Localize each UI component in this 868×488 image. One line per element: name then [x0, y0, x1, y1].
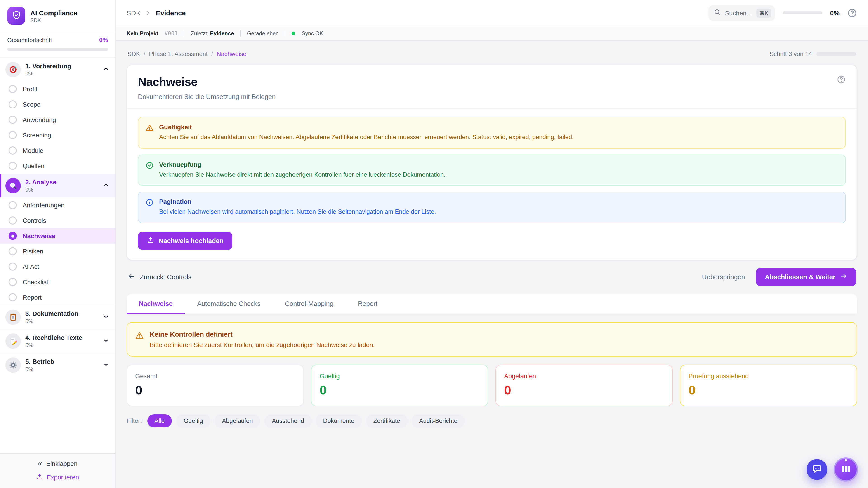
sidebar-item-risiken[interactable]: Risiken [0, 243, 115, 259]
tab-nachweise[interactable]: Nachweise [127, 293, 185, 313]
search-icon [714, 8, 720, 17]
divider [285, 30, 285, 36]
section-label: 1. Vorbereitung [25, 62, 71, 70]
chevron-up-icon [103, 182, 109, 190]
version-badge: V001 [164, 30, 178, 36]
tab-control-mapping[interactable]: Control-Mapping [273, 293, 345, 313]
back-label: Zurueck: Controls [140, 273, 191, 281]
sidebar-item-module[interactable]: Module [0, 143, 115, 158]
sidebar-item-label: AI Act [23, 263, 39, 270]
radio-icon [8, 116, 17, 124]
sidebar-item-anwendung[interactable]: Anwendung [0, 112, 115, 127]
info-circle-icon [146, 198, 154, 216]
stat-label: Gesamt [135, 372, 295, 379]
sidebar-item-nachweise[interactable]: Nachweise [0, 228, 115, 243]
sidebar-section-betrieb[interactable]: 5. Betrieb 0% [0, 353, 115, 377]
columns-fab-button[interactable] [834, 457, 858, 482]
sidebar-item-label: Screening [23, 131, 51, 139]
radio-icon [8, 201, 17, 209]
stat-value: 0 [320, 383, 480, 397]
filter-chip-gueltig[interactable]: Gueltig [177, 414, 211, 427]
stat-value: 0 [688, 383, 848, 397]
filter-chip-audit-berichte[interactable]: Audit-Berichte [412, 414, 465, 427]
sidebar-item-scope[interactable]: Scope [0, 97, 115, 112]
upload-icon [36, 473, 43, 481]
floating-buttons [807, 457, 858, 482]
filter-chip-ausstehend[interactable]: Ausstehend [265, 414, 311, 427]
tab-automatische-checks[interactable]: Automatische Checks [185, 293, 273, 313]
sidebar-item-label: Quellen [23, 162, 44, 169]
breadcrumb-root[interactable]: SDK [127, 9, 141, 17]
sidebar-item-anforderungen[interactable]: Anforderungen [0, 197, 115, 213]
warning-triangle-icon [135, 330, 144, 348]
sidebar-section-analyse[interactable]: 2. Analyse 0% [0, 173, 115, 197]
tab-report[interactable]: Report [346, 293, 390, 313]
filter-chip-dokumente[interactable]: Dokumente [316, 414, 362, 427]
filter-chip-zertifikate[interactable]: Zertifikate [366, 414, 407, 427]
sidebar-item-screening[interactable]: Screening [0, 127, 115, 143]
divider [184, 30, 184, 36]
filter-chip-abgelaufen[interactable]: Abgelaufen [215, 414, 260, 427]
warning-triangle-icon [146, 123, 154, 142]
chat-bubble-icon [812, 464, 822, 475]
sidebar-item-label: Scope [23, 101, 40, 108]
sidebar-section-dokumentation[interactable]: 3. Dokumentation 0% [0, 305, 115, 329]
alert-title: Verknuepfung [159, 161, 445, 168]
arrow-right-icon [840, 272, 847, 281]
page-breadcrumb-current: Nachweise [217, 51, 246, 57]
step-card: Nachweise Dokumentieren Sie die Umsetzun… [127, 65, 857, 260]
upload-evidence-button[interactable]: Nachweis hochladen [138, 232, 232, 250]
page-content: SDK / Phase 1: Assessment / Nachweise Sc… [116, 41, 868, 488]
skip-button[interactable]: Ueberspringen [702, 273, 745, 281]
chat-fab-button[interactable] [807, 459, 827, 480]
section-label: 4. Rechtliche Texte [25, 334, 82, 342]
sidebar-item-label: Risiken [23, 248, 43, 255]
radio-icon [8, 263, 17, 271]
section-progress: 0% [25, 318, 79, 325]
section-progress: 0% [25, 71, 71, 77]
sidebar-item-controls[interactable]: Controls [0, 213, 115, 228]
filter-chip-alle[interactable]: Alle [147, 414, 172, 427]
last-step: Zuletzt: Evidence [191, 30, 234, 36]
sidebar-item-report[interactable]: Report [0, 290, 115, 305]
sidebar-item-ai-act[interactable]: AI Act [0, 259, 115, 274]
radio-icon [8, 293, 17, 301]
warning-text: Bitte definieren Sie zuerst Kontrollen, … [150, 341, 375, 348]
radio-icon [8, 217, 17, 225]
search-placeholder: Suchen... [725, 9, 752, 17]
sidebar-section-rechtliche-texte[interactable]: 4. Rechtliche Texte 0% [0, 329, 115, 353]
sync-status-label: Sync OK [302, 30, 323, 36]
sidebar-item-label: Anforderungen [23, 201, 64, 209]
overall-progress-label: Gesamtfortschritt [7, 37, 52, 43]
radio-icon [8, 278, 17, 286]
magnifier-icon [5, 178, 21, 193]
header-progress-value: 0% [830, 9, 839, 17]
sidebar-section-vorbereitung[interactable]: 1. Vorbereitung 0% [0, 57, 115, 81]
section-progress: 0% [25, 366, 54, 372]
sidebar-item-quellen[interactable]: Quellen [0, 158, 115, 173]
radio-icon [8, 247, 17, 255]
alert-verknuepfung: Verknuepfung Verknuepfen Sie Nachweise d… [138, 154, 846, 186]
sidebar-item-profil[interactable]: Profil [0, 81, 115, 97]
back-link[interactable]: Zurueck: Controls [127, 272, 191, 281]
collapse-sidebar-button[interactable]: « Einklappen [38, 459, 78, 467]
complete-and-next-button[interactable]: Abschliessen & Weiter [756, 268, 856, 286]
keyboard-shortcut-badge: ⌘K [756, 8, 771, 18]
collapse-label: Einklappen [46, 460, 78, 467]
columns-icon [840, 463, 851, 476]
search-input[interactable]: Suchen... ⌘K [708, 5, 775, 21]
stat-label: Gueltig [320, 372, 480, 379]
help-icon[interactable] [847, 8, 857, 18]
alert-gueltigkeit: Gueltigkeit Achten Sie auf das Ablaufdat… [138, 117, 846, 149]
page-breadcrumb-root[interactable]: SDK [127, 51, 140, 57]
chevron-right-icon [146, 10, 151, 15]
step-progress-bar [816, 53, 856, 56]
page-breadcrumb-phase[interactable]: Phase 1: Assessment [149, 51, 208, 57]
help-circle-icon[interactable] [837, 75, 846, 100]
export-button[interactable]: Exportieren [36, 473, 79, 481]
breadcrumb: SDK Evidence [127, 9, 186, 17]
breadcrumb-current: Evidence [156, 9, 186, 17]
overall-progress-value: 0% [99, 37, 108, 43]
radio-icon [8, 131, 17, 139]
sidebar-item-checklist[interactable]: Checklist [0, 274, 115, 290]
